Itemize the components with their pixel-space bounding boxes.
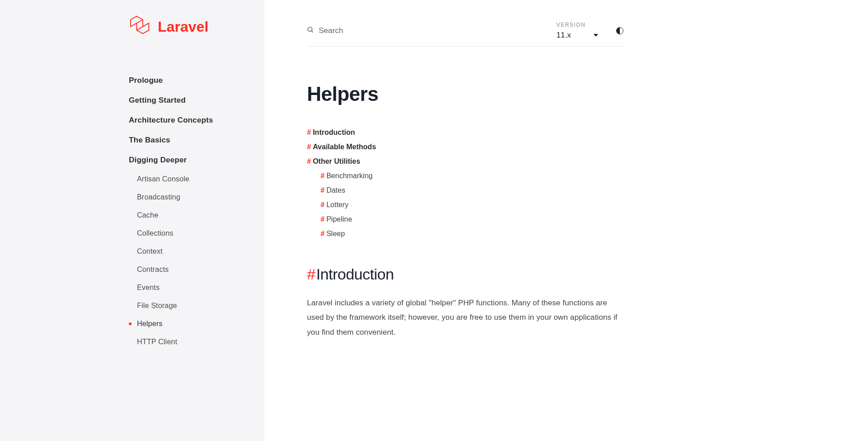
svg-line-1	[311, 31, 313, 32]
toc-link: Available Methods	[313, 143, 376, 151]
toc-link: Lottery	[326, 201, 349, 209]
toc-subitem[interactable]: #Benchmarking	[321, 169, 623, 183]
sidebar-item[interactable]: Broadcasting	[137, 188, 264, 206]
hash-icon: #	[321, 186, 325, 194]
main-content: Search VERSION 11.x Helpers #Introductio…	[264, 0, 705, 441]
toc-subitem[interactable]: #Lottery	[321, 198, 623, 212]
toc-subitem[interactable]: #Sleep	[321, 227, 623, 241]
sidebar-section[interactable]: The Basics	[129, 130, 264, 150]
hash-icon: #	[321, 172, 325, 180]
laravel-logo-icon	[129, 14, 151, 39]
search-placeholder: Search	[319, 26, 343, 35]
topbar-right: VERSION 11.x	[557, 22, 623, 40]
hash-icon: #	[307, 266, 315, 283]
version-value: 11.x	[557, 31, 571, 40]
toc-subitem[interactable]: #Pipeline	[321, 212, 623, 227]
sidebar-section[interactable]: Digging Deeper	[129, 150, 264, 170]
search-input[interactable]: Search	[307, 26, 343, 35]
toc-item[interactable]: #Introduction	[307, 125, 623, 140]
logo-text: Laravel	[158, 19, 208, 35]
toc-link: Sleep	[326, 230, 345, 237]
toc-subitem[interactable]: #Dates	[321, 183, 623, 198]
sidebar-item[interactable]: Events	[137, 279, 264, 297]
sidebar-item[interactable]: Collections	[137, 224, 264, 242]
sidebar-item[interactable]: HTTP Client	[137, 333, 264, 351]
theme-toggle-icon[interactable]	[616, 27, 623, 34]
toc-link: Other Utilities	[313, 157, 360, 165]
toc-link: Benchmarking	[326, 172, 373, 180]
hash-icon: #	[307, 157, 311, 165]
hash-icon: #	[321, 230, 325, 237]
sidebar-item[interactable]: Artisan Console	[137, 170, 264, 188]
intro-paragraph: Laravel includes a variety of global "he…	[307, 296, 623, 340]
sidebar-section[interactable]: Architecture Concepts	[129, 110, 264, 130]
hash-icon: #	[321, 215, 325, 223]
section-heading-introduction: #Introduction	[307, 266, 623, 283]
toc-item[interactable]: #Other Utilities	[307, 154, 623, 169]
sidebar-item[interactable]: Contracts	[137, 261, 264, 279]
sidebar-item[interactable]: File Storage	[137, 297, 264, 315]
topbar: Search VERSION 11.x	[307, 22, 623, 47]
section-heading-text: Introduction	[316, 266, 394, 283]
page-title: Helpers	[307, 83, 623, 105]
logo[interactable]: Laravel	[129, 14, 264, 39]
sidebar-section[interactable]: Getting Started	[129, 90, 264, 110]
toc-link: Dates	[326, 186, 345, 194]
sidebar-item[interactable]: Helpers	[137, 315, 264, 333]
toc-link: Pipeline	[326, 215, 352, 223]
svg-point-0	[308, 27, 312, 31]
content: Helpers #Introduction#Available Methods#…	[307, 47, 623, 340]
search-icon	[307, 26, 314, 35]
sidebar-item[interactable]: Context	[137, 242, 264, 261]
table-of-contents: #Introduction#Available Methods#Other Ut…	[307, 125, 623, 241]
toc-sublist: #Benchmarking#Dates#Lottery#Pipeline#Sle…	[307, 169, 623, 241]
version-dropdown[interactable]: 11.x	[557, 31, 598, 40]
sidebar: Laravel PrologueGetting StartedArchitect…	[0, 0, 264, 441]
version-label: VERSION	[557, 22, 598, 28]
toc-item[interactable]: #Available Methods	[307, 140, 623, 154]
toc-link: Introduction	[313, 128, 355, 136]
hash-icon: #	[307, 128, 311, 136]
hash-icon: #	[307, 143, 311, 151]
sidebar-section[interactable]: Prologue	[129, 71, 264, 90]
hash-icon: #	[321, 201, 325, 209]
chevron-down-icon	[594, 34, 598, 37]
version-selector: VERSION 11.x	[557, 22, 598, 40]
sidebar-item[interactable]: Cache	[137, 206, 264, 224]
